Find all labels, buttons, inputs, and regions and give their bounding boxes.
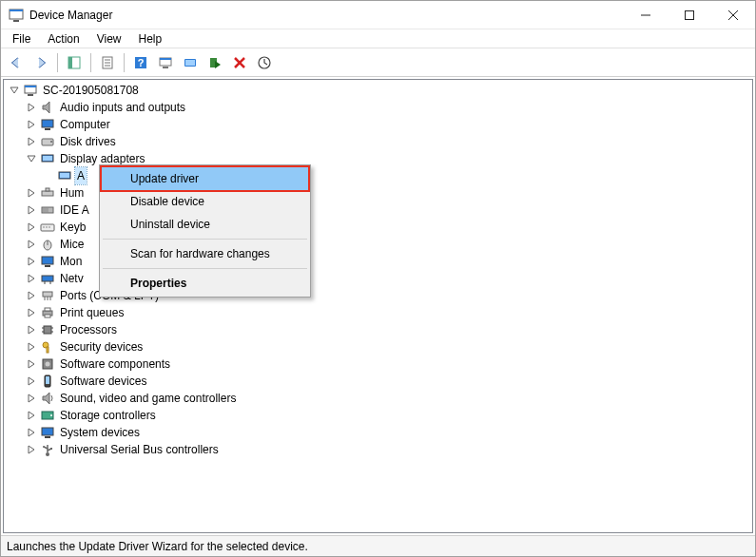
forward-button[interactable] (29, 51, 52, 74)
svg-rect-41 (41, 224, 54, 231)
expand-icon[interactable] (25, 118, 38, 131)
tree-node-software-components[interactable]: Software components (8, 355, 752, 373)
disk-icon (40, 134, 55, 149)
node-label: Software devices (58, 373, 148, 390)
svg-rect-69 (42, 428, 53, 435)
node-label: Computer (58, 116, 112, 133)
svg-rect-25 (25, 86, 36, 87)
expand-icon[interactable] (25, 443, 38, 456)
expand-icon[interactable] (8, 84, 21, 97)
svg-point-30 (50, 141, 52, 143)
tree-node-usb[interactable]: Universal Serial Bus controllers (8, 441, 752, 458)
svg-rect-66 (46, 376, 49, 384)
node-label: Keyb (58, 219, 87, 236)
svg-rect-70 (45, 436, 50, 438)
update-driver-button[interactable] (179, 51, 202, 74)
back-button[interactable] (5, 51, 28, 74)
node-label: Disk drives (58, 133, 118, 150)
expand-icon[interactable] (25, 306, 38, 319)
expand-icon[interactable] (25, 409, 38, 422)
system-icon (40, 425, 55, 440)
expand-icon[interactable] (25, 323, 38, 336)
expand-icon[interactable] (25, 221, 38, 234)
cpu-icon (40, 322, 55, 337)
menu-file[interactable]: File (5, 30, 38, 48)
node-label: Software components (58, 355, 172, 373)
svg-rect-4 (686, 10, 694, 19)
close-button[interactable] (711, 1, 755, 29)
toolbar: ? (1, 48, 755, 77)
svg-point-75 (43, 446, 45, 448)
uninstall-device-button[interactable] (228, 51, 251, 74)
expand-icon[interactable] (25, 255, 38, 268)
expand-icon[interactable] (25, 186, 38, 200)
expand-icon[interactable] (25, 135, 38, 148)
context-menu-update-driver[interactable]: Update driver (102, 167, 308, 190)
tree-node-processors[interactable]: Processors (8, 321, 752, 338)
node-label: Hum (58, 184, 86, 202)
svg-rect-1 (10, 10, 23, 11)
context-menu-disable-device[interactable]: Disable device (102, 190, 308, 213)
collapse-icon[interactable] (25, 152, 38, 165)
sound-icon (40, 391, 55, 406)
help-button[interactable]: ? (129, 51, 152, 74)
expand-icon[interactable] (25, 340, 38, 354)
monitor-icon (40, 117, 55, 132)
scan-for-changes-button[interactable] (253, 51, 276, 74)
menu-view[interactable]: View (89, 30, 129, 48)
expand-icon[interactable] (25, 357, 38, 371)
tree-pane[interactable]: SC-201905081708 Audio inputs and outputs… (3, 79, 753, 533)
display-adapter-icon (57, 168, 72, 183)
properties-button[interactable] (96, 51, 119, 74)
expand-icon[interactable] (25, 272, 38, 285)
tree-node-print-queues[interactable]: Print queues (8, 304, 752, 321)
expand-icon[interactable] (25, 238, 38, 251)
tree-node-disk[interactable]: Disk drives (8, 133, 752, 150)
tree-node-audio[interactable]: Audio inputs and outputs (8, 99, 752, 116)
svg-rect-62 (47, 347, 48, 353)
svg-rect-19 (185, 60, 195, 66)
expand-icon[interactable] (25, 203, 38, 217)
tree-root[interactable]: SC-201905081708 (8, 82, 752, 99)
svg-rect-27 (42, 120, 53, 127)
context-menu-scan-hardware[interactable]: Scan for hardware changes (102, 242, 308, 265)
menu-help[interactable]: Help (131, 30, 170, 48)
tree-node-sound[interactable]: Sound, video and game controllers (8, 390, 752, 407)
titlebar: Device Manager (1, 1, 755, 29)
expand-icon[interactable] (25, 101, 38, 114)
tree-node-security[interactable]: Security devices (8, 338, 752, 355)
printer-icon (40, 305, 55, 320)
scan-hardware-button[interactable] (154, 51, 177, 74)
audio-icon (40, 100, 55, 115)
svg-point-68 (50, 414, 52, 416)
context-menu-uninstall-device[interactable]: Uninstall device (102, 213, 308, 236)
tree-node-storage[interactable]: Storage controllers (8, 407, 752, 424)
tree-node-system[interactable]: System devices (8, 424, 752, 441)
svg-rect-16 (160, 58, 171, 60)
mouse-icon (40, 237, 55, 252)
expand-icon[interactable] (25, 375, 38, 388)
menu-action[interactable]: Action (40, 30, 87, 48)
svg-rect-32 (43, 156, 52, 161)
maximize-button[interactable] (668, 1, 711, 29)
context-menu-properties[interactable]: Properties (102, 272, 308, 295)
minimize-button[interactable] (624, 1, 668, 29)
node-label: Mice (58, 236, 86, 253)
window-title: Device Manager (29, 9, 112, 22)
context-menu: Update driver Disable device Uninstall d… (99, 164, 311, 298)
expand-icon[interactable] (25, 289, 38, 302)
show-hide-console-tree-button[interactable] (63, 51, 86, 74)
expand-icon[interactable] (25, 426, 38, 439)
disable-device-button[interactable] (204, 51, 226, 74)
expand-icon[interactable] (25, 392, 38, 405)
tree-node-computer[interactable]: Computer (8, 116, 752, 133)
svg-point-71 (46, 452, 49, 456)
keyboard-icon (40, 220, 55, 235)
svg-rect-26 (28, 94, 33, 96)
svg-rect-17 (163, 67, 168, 68)
node-label: Storage controllers (58, 407, 158, 424)
node-label: Universal Serial Bus controllers (58, 441, 221, 458)
svg-rect-35 (42, 191, 53, 196)
tree-node-software-devices[interactable]: Software devices (8, 373, 752, 390)
svg-rect-2 (13, 20, 19, 22)
